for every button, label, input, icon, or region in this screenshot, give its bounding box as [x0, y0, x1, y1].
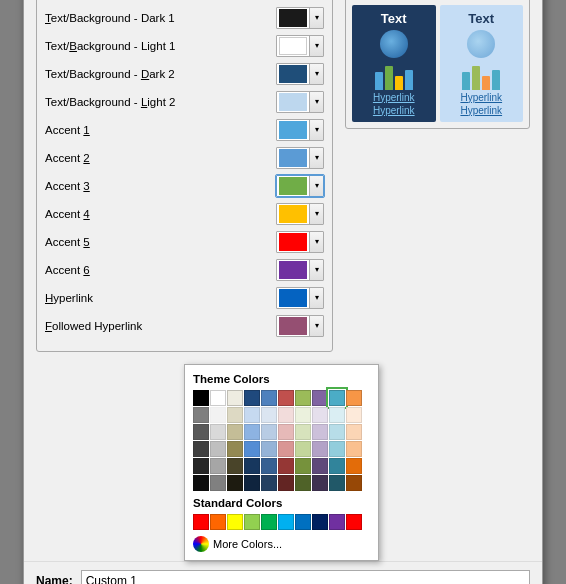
std-color-9[interactable]: [346, 514, 362, 530]
shade-4-3[interactable]: [261, 458, 277, 474]
color-dropdown-light1[interactable]: ▾: [276, 35, 324, 57]
dropdown-arrow-followed[interactable]: ▾: [309, 316, 323, 336]
std-color-5[interactable]: [278, 514, 294, 530]
shade-5-1[interactable]: [278, 424, 294, 440]
shade-2-2[interactable]: [227, 441, 243, 457]
shade-7-0[interactable]: [312, 407, 328, 423]
shade-6-2[interactable]: [295, 441, 311, 457]
shade-6-4[interactable]: [295, 475, 311, 491]
shade-2-3[interactable]: [227, 458, 243, 474]
theme-color-6[interactable]: [295, 390, 311, 406]
shade-6-3[interactable]: [295, 458, 311, 474]
shade-7-3[interactable]: [312, 458, 328, 474]
shade-4-2[interactable]: [261, 441, 277, 457]
shade-9-1[interactable]: [346, 424, 362, 440]
color-dropdown-dark2[interactable]: ▾: [276, 63, 324, 85]
dropdown-arrow-dark1[interactable]: ▾: [309, 8, 323, 28]
theme-color-2[interactable]: [227, 390, 243, 406]
shade-8-3[interactable]: [329, 458, 345, 474]
sample-light-hyperlink2[interactable]: Hyperlink: [460, 105, 502, 116]
shade-0-3[interactable]: [193, 458, 209, 474]
theme-color-3[interactable]: [244, 390, 260, 406]
shade-3-0[interactable]: [244, 407, 260, 423]
shade-1-0[interactable]: [210, 407, 226, 423]
dropdown-arrow-accent2[interactable]: ▾: [309, 148, 323, 168]
shade-7-1[interactable]: [312, 424, 328, 440]
theme-color-1[interactable]: [210, 390, 226, 406]
dropdown-arrow-dark2[interactable]: ▾: [309, 64, 323, 84]
shade-3-4[interactable]: [244, 475, 260, 491]
dropdown-arrow-accent3[interactable]: ▾: [309, 176, 323, 196]
more-colors-label[interactable]: More Colors...: [213, 538, 282, 550]
shade-5-4[interactable]: [278, 475, 294, 491]
sample-dark-hyperlink1[interactable]: Hyperlink: [373, 92, 415, 103]
sample-light-hyperlink1[interactable]: Hyperlink: [460, 92, 502, 103]
color-dropdown-accent3[interactable]: ▾: [276, 175, 324, 197]
color-dropdown-hyperlink[interactable]: ▾: [276, 287, 324, 309]
color-dropdown-accent6[interactable]: ▾: [276, 259, 324, 281]
std-color-6[interactable]: [295, 514, 311, 530]
shade-2-1[interactable]: [227, 424, 243, 440]
shade-2-0[interactable]: [227, 407, 243, 423]
shade-3-1[interactable]: [244, 424, 260, 440]
shade-8-0[interactable]: [329, 407, 345, 423]
theme-color-8[interactable]: [329, 390, 345, 406]
shade-3-3[interactable]: [244, 458, 260, 474]
shade-1-2[interactable]: [210, 441, 226, 457]
shade-9-3[interactable]: [346, 458, 362, 474]
dropdown-arrow-accent1[interactable]: ▾: [309, 120, 323, 140]
dropdown-arrow-hyperlink[interactable]: ▾: [309, 288, 323, 308]
dropdown-arrow-light1[interactable]: ▾: [309, 36, 323, 56]
shade-8-1[interactable]: [329, 424, 345, 440]
shade-6-0[interactable]: [295, 407, 311, 423]
color-dropdown-accent5[interactable]: ▾: [276, 231, 324, 253]
theme-color-0[interactable]: [193, 390, 209, 406]
shade-3-2[interactable]: [244, 441, 260, 457]
dropdown-arrow-accent4[interactable]: ▾: [309, 204, 323, 224]
shade-6-1[interactable]: [295, 424, 311, 440]
shade-2-4[interactable]: [227, 475, 243, 491]
shade-9-2[interactable]: [346, 441, 362, 457]
shade-7-2[interactable]: [312, 441, 328, 457]
color-dropdown-accent4[interactable]: ▾: [276, 203, 324, 225]
shade-1-1[interactable]: [210, 424, 226, 440]
std-color-3[interactable]: [244, 514, 260, 530]
std-color-1[interactable]: [210, 514, 226, 530]
dropdown-arrow-light2[interactable]: ▾: [309, 92, 323, 112]
shade-4-1[interactable]: [261, 424, 277, 440]
shade-0-0[interactable]: [193, 407, 209, 423]
std-color-2[interactable]: [227, 514, 243, 530]
shade-4-4[interactable]: [261, 475, 277, 491]
theme-color-5[interactable]: [278, 390, 294, 406]
std-color-7[interactable]: [312, 514, 328, 530]
shade-0-1[interactable]: [193, 424, 209, 440]
shade-1-4[interactable]: [210, 475, 226, 491]
color-dropdown-followed[interactable]: ▾: [276, 315, 324, 337]
std-color-4[interactable]: [261, 514, 277, 530]
dropdown-arrow-accent6[interactable]: ▾: [309, 260, 323, 280]
shade-8-4[interactable]: [329, 475, 345, 491]
shade-5-0[interactable]: [278, 407, 294, 423]
more-colors-row[interactable]: More Colors...: [193, 536, 370, 552]
color-dropdown-accent1[interactable]: ▾: [276, 119, 324, 141]
std-color-8[interactable]: [329, 514, 345, 530]
sample-dark-hyperlink2[interactable]: Hyperlink: [373, 105, 415, 116]
dropdown-arrow-accent5[interactable]: ▾: [309, 232, 323, 252]
shade-0-2[interactable]: [193, 441, 209, 457]
theme-color-9[interactable]: [346, 390, 362, 406]
shade-9-4[interactable]: [346, 475, 362, 491]
shade-8-2[interactable]: [329, 441, 345, 457]
shade-0-4[interactable]: [193, 475, 209, 491]
name-input[interactable]: [81, 570, 530, 585]
shade-9-0[interactable]: [346, 407, 362, 423]
std-color-0[interactable]: [193, 514, 209, 530]
shade-5-2[interactable]: [278, 441, 294, 457]
color-dropdown-dark1[interactable]: ▾: [276, 7, 324, 29]
shade-1-3[interactable]: [210, 458, 226, 474]
theme-color-7[interactable]: [312, 390, 328, 406]
theme-color-4[interactable]: [261, 390, 277, 406]
shade-4-0[interactable]: [261, 407, 277, 423]
color-dropdown-light2[interactable]: ▾: [276, 91, 324, 113]
shade-7-4[interactable]: [312, 475, 328, 491]
shade-5-3[interactable]: [278, 458, 294, 474]
